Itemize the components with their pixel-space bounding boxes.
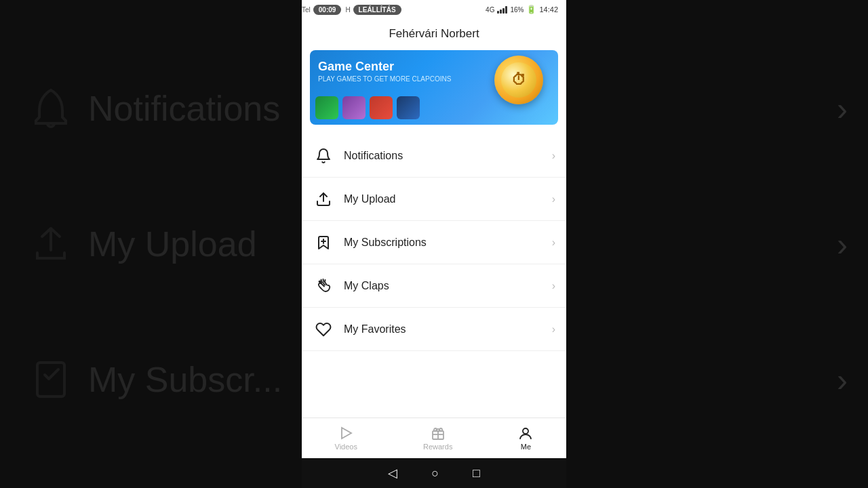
menu-item-subscriptions[interactable]: My Subscriptions › <box>302 221 566 264</box>
svg-point-6 <box>523 428 528 434</box>
game-center-banner[interactable]: Game Center PLAY GAMES TO GET MORE CLAPC… <box>310 50 558 125</box>
clock: 14:42 <box>539 5 558 14</box>
menu-item-claps[interactable]: My Claps › <box>302 264 566 308</box>
status-right: 4G 16% 🔋 14:42 <box>486 5 558 14</box>
bg-chevron-1: › <box>837 90 848 127</box>
nav-rewards[interactable]: Rewards <box>410 423 466 453</box>
nav-me[interactable]: Me <box>505 423 547 453</box>
svg-marker-4 <box>342 428 351 439</box>
recents-btn[interactable]: □ <box>473 466 480 481</box>
bottom-nav: Videos Rewards <box>302 418 566 458</box>
bg-chevron-2: › <box>837 226 848 263</box>
game-icon-4 <box>397 96 420 119</box>
game-icon-3 <box>370 96 393 119</box>
bg-bell-icon <box>27 85 75 132</box>
play-icon <box>338 426 353 441</box>
menu-item-upload[interactable]: My Upload › <box>302 178 566 221</box>
coin-symbol: ⏱ <box>511 71 526 89</box>
favorites-label: My Favorites <box>344 323 552 336</box>
bg-right-panel: › › › <box>564 0 868 488</box>
battery-icon: 🔋 <box>526 5 536 14</box>
banner-text: Game Center PLAY GAMES TO GET MORE CLAPC… <box>318 60 451 83</box>
status-h: H <box>345 6 350 14</box>
status-stop-pill: LEÁLLÍTÁS <box>353 5 401 15</box>
claps-chevron: › <box>552 280 555 292</box>
coin-inner: ⏱ <box>501 62 536 98</box>
notifications-chevron: › <box>552 150 555 162</box>
upload-label: My Upload <box>344 193 552 205</box>
bg-left-panel: Notifications My Upload My Subscr... <box>0 0 304 488</box>
bg-subscriptions-icon <box>27 356 75 403</box>
upload-icon <box>313 188 334 210</box>
heart-icon <box>313 319 334 340</box>
coin-circle: ⏱ <box>494 56 543 104</box>
status-bar: Tel 00:09 H LEÁLLÍTÁS 4G 16% 🔋 14:42 <box>302 0 566 19</box>
bg-upload-label: My Upload <box>88 224 257 264</box>
rewards-nav-label: Rewards <box>423 443 452 451</box>
phone-container: Tel 00:09 H LEÁLLÍTÁS 4G 16% 🔋 14:42 Feh… <box>302 0 566 488</box>
favorites-chevron: › <box>552 323 555 336</box>
nav-videos[interactable]: Videos <box>321 423 371 453</box>
game-icon-1 <box>315 96 338 119</box>
clap-icon <box>313 275 334 297</box>
back-btn[interactable]: ◁ <box>388 466 397 481</box>
banner-coin: ⏱ <box>494 56 549 110</box>
videos-nav-label: Videos <box>335 443 357 451</box>
banner-games <box>315 96 420 119</box>
upload-chevron: › <box>552 193 555 205</box>
signal-text: 4G <box>486 6 494 14</box>
claps-label: My Claps <box>344 280 552 292</box>
status-left: Tel 00:09 H LEÁLLÍTÁS <box>302 5 401 15</box>
person-icon <box>518 426 533 441</box>
signal-bars <box>497 5 507 14</box>
status-pill: 00:09 <box>313 5 342 15</box>
bookmark-icon <box>313 232 334 253</box>
menu-list: Notifications › My Upload › <box>302 134 566 418</box>
bg-upload-icon <box>27 220 75 268</box>
bell-icon <box>313 145 334 167</box>
me-nav-label: Me <box>521 443 531 451</box>
menu-item-notifications[interactable]: Notifications › <box>302 134 566 178</box>
menu-item-favorites[interactable]: My Favorites › <box>302 308 566 351</box>
notifications-label: Notifications <box>344 150 552 162</box>
profile-name: Fehérvári Norbert <box>302 19 566 50</box>
android-nav-bar: ◁ ○ □ <box>302 458 566 488</box>
banner-subtitle: PLAY GAMES TO GET MORE CLAPCOINS <box>318 75 451 83</box>
battery-percent: 16% <box>510 6 524 14</box>
home-btn[interactable]: ○ <box>431 466 439 481</box>
bg-subscriptions-label: My Subscr... <box>88 359 282 400</box>
bg-notifications-label: Notifications <box>88 88 280 129</box>
svg-rect-0 <box>37 363 64 396</box>
game-icon-2 <box>342 96 366 119</box>
content-area: Fehérvári Norbert Game Center PLAY GAMES… <box>302 19 566 458</box>
rewards-icon <box>431 426 446 441</box>
subscriptions-chevron: › <box>552 237 555 249</box>
bg-chevron-3: › <box>837 361 848 399</box>
status-tel: Tel <box>302 6 311 14</box>
subscriptions-label: My Subscriptions <box>344 237 552 249</box>
banner-title: Game Center <box>318 60 451 74</box>
